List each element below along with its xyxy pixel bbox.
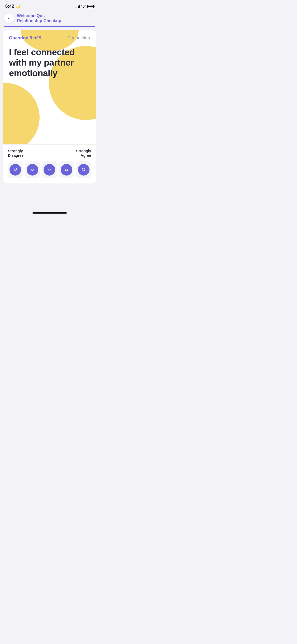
status-time: 6:42 🌙 xyxy=(5,4,20,9)
sad-face-icon xyxy=(29,166,36,173)
status-bar: 6:42 🌙 xyxy=(0,0,99,11)
svg-point-6 xyxy=(46,166,53,173)
strongly-disagree-label: StronglyDisagree xyxy=(8,149,23,158)
moon-icon: 🌙 xyxy=(16,4,20,8)
back-button[interactable]: ‹ xyxy=(4,13,14,23)
emoji-option-5[interactable] xyxy=(76,161,91,178)
svg-point-4 xyxy=(31,169,32,170)
progress-bar-container xyxy=(4,26,95,27)
question-meta: Question 9 of 9 Connection xyxy=(9,35,90,41)
emoji-circle-4 xyxy=(61,164,72,176)
emoji-option-2[interactable] xyxy=(25,161,40,178)
emoji-circle-1 xyxy=(10,164,21,176)
signal-icon xyxy=(76,5,80,8)
emoji-circle-3 xyxy=(44,164,55,176)
svg-point-15 xyxy=(84,169,85,169)
emoji-row xyxy=(8,161,91,178)
battery-icon xyxy=(87,5,94,8)
emoji-option-1[interactable] xyxy=(8,161,23,178)
emoji-circle-5 xyxy=(78,164,89,176)
svg-point-0 xyxy=(12,166,19,173)
answer-area: StronglyDisagree StronglyAgree xyxy=(3,144,96,184)
emoji-option-4[interactable] xyxy=(59,161,74,178)
answer-labels: StronglyDisagree StronglyAgree xyxy=(8,149,91,158)
question-category: Connection xyxy=(67,35,90,41)
home-indicator xyxy=(0,210,99,215)
very-sad-face-icon xyxy=(12,166,19,173)
emoji-circle-2 xyxy=(27,164,38,176)
wifi-icon xyxy=(81,4,86,8)
back-chevron-icon: ‹ xyxy=(8,16,9,21)
happy-face-icon xyxy=(63,166,70,173)
home-bar xyxy=(32,212,67,214)
status-icons xyxy=(76,4,94,8)
svg-point-8 xyxy=(50,169,51,170)
svg-point-11 xyxy=(65,169,66,170)
yellow-left-decoration xyxy=(3,83,40,152)
question-text: I feel connected with my partner emotion… xyxy=(9,47,90,78)
question-number: Question 9 of 9 xyxy=(9,35,41,41)
very-happy-face-icon xyxy=(80,166,87,173)
svg-point-5 xyxy=(33,169,34,170)
svg-point-12 xyxy=(67,169,68,170)
strongly-agree-label: StronglyAgree xyxy=(76,149,91,158)
svg-point-10 xyxy=(63,166,70,173)
time-display: 6:42 xyxy=(5,4,14,9)
quiz-card: Question 9 of 9 Connection I feel connec… xyxy=(3,30,96,183)
progress-bar-fill xyxy=(4,26,95,27)
nav-title-area: Welcome Quiz Relationship Checkup xyxy=(14,13,95,23)
neutral-face-icon xyxy=(46,166,53,173)
emoji-option-3[interactable] xyxy=(42,161,57,178)
nav-title: Welcome Quiz Relationship Checkup xyxy=(17,13,95,23)
svg-point-14 xyxy=(82,169,83,169)
svg-point-3 xyxy=(29,166,36,173)
nav-bar: ‹ Welcome Quiz Relationship Checkup xyxy=(0,11,99,24)
card-content: Question 9 of 9 Connection I feel connec… xyxy=(3,30,96,84)
svg-point-13 xyxy=(80,166,87,173)
svg-point-7 xyxy=(48,169,49,170)
